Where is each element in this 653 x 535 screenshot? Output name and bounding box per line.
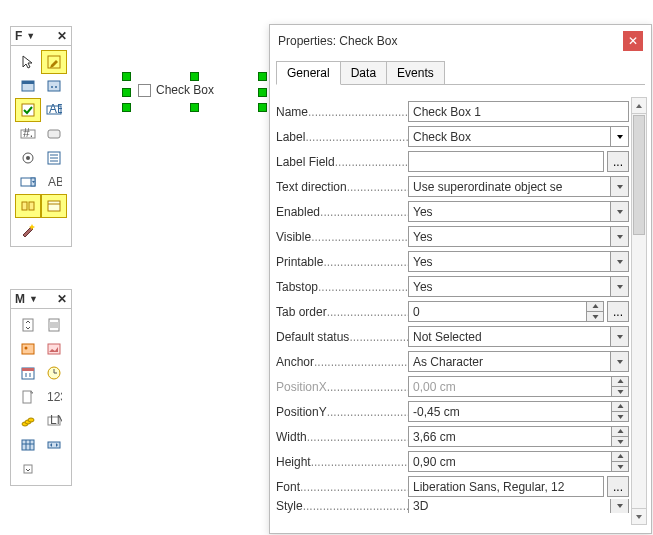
- property-select[interactable]: Yes: [408, 276, 629, 297]
- property-select[interactable]: 3D: [408, 499, 629, 513]
- panel-dropdown-icon[interactable]: ▼: [29, 294, 38, 304]
- spin-up-icon[interactable]: [611, 401, 629, 411]
- spin-buttons[interactable]: [611, 451, 629, 472]
- spin-up-icon[interactable]: [586, 301, 604, 311]
- dialog-close-button[interactable]: ✕: [623, 31, 643, 51]
- filesel-tool[interactable]: [15, 385, 41, 409]
- property-input[interactable]: [408, 151, 604, 172]
- property-select[interactable]: Use superordinate object se: [408, 176, 629, 197]
- dropdown-arrow-icon[interactable]: [610, 177, 628, 196]
- imagebutton-tool[interactable]: [15, 337, 41, 361]
- spin-buttons[interactable]: [611, 376, 629, 397]
- numfield-tool[interactable]: 123: [41, 385, 67, 409]
- label-tool[interactable]: ABC: [41, 170, 67, 194]
- resize-handle[interactable]: [258, 72, 267, 81]
- groupbox-tool[interactable]: [15, 194, 41, 218]
- tab-data[interactable]: Data: [340, 61, 387, 85]
- ellipsis-button[interactable]: ...: [607, 301, 629, 322]
- spin-buttons[interactable]: [611, 426, 629, 447]
- resize-handle[interactable]: [190, 72, 199, 81]
- spin-buttons[interactable]: [611, 401, 629, 422]
- resize-handle[interactable]: [122, 103, 131, 112]
- dropdown-arrow-icon[interactable]: [610, 252, 628, 271]
- property-select[interactable]: Not Selected: [408, 326, 629, 347]
- property-select[interactable]: As Character: [408, 351, 629, 372]
- resize-handle[interactable]: [190, 103, 199, 112]
- scrollbar-tool[interactable]: [41, 313, 67, 337]
- property-spin-input[interactable]: [408, 301, 587, 322]
- dropdown-arrow-icon[interactable]: [610, 499, 628, 513]
- toolbar-grid: 123 LN: [11, 309, 71, 485]
- property-spin-input[interactable]: [408, 426, 612, 447]
- property-input[interactable]: [408, 476, 604, 497]
- svg-point-42: [28, 418, 34, 422]
- dropdown-arrow-icon[interactable]: [610, 202, 628, 221]
- panel-header[interactable]: F ▼ ✕: [11, 27, 71, 46]
- form-nav-tool[interactable]: [41, 74, 67, 98]
- navbar-tool[interactable]: [41, 433, 67, 457]
- property-input[interactable]: [408, 101, 629, 122]
- form-controls-panel: F ▼ ✕ ABC #. ABC: [10, 26, 72, 247]
- checkbox-tool[interactable]: [15, 98, 41, 122]
- design-mode-tool[interactable]: [41, 50, 67, 74]
- imagecontrol-tool[interactable]: [41, 337, 67, 361]
- listbox-tool[interactable]: [41, 146, 67, 170]
- spinbutton-tool[interactable]: [15, 313, 41, 337]
- pattern-tool[interactable]: LN: [41, 409, 67, 433]
- spin-up-icon[interactable]: [611, 426, 629, 436]
- pushbutton-tool[interactable]: [41, 122, 67, 146]
- resize-handle[interactable]: [258, 88, 267, 97]
- datefield-tool[interactable]: [15, 361, 41, 385]
- checkbox-form-control[interactable]: Check Box: [126, 76, 263, 108]
- spin-up-icon[interactable]: [611, 451, 629, 461]
- vertical-scrollbar[interactable]: [631, 97, 647, 525]
- property-spin-input[interactable]: [408, 451, 612, 472]
- resize-handle[interactable]: [122, 88, 131, 97]
- currency-tool[interactable]: [15, 409, 41, 433]
- property-spin-input[interactable]: [408, 401, 612, 422]
- scroll-thumb[interactable]: [633, 115, 645, 235]
- table-tool[interactable]: [15, 433, 41, 457]
- more-tool[interactable]: [41, 194, 67, 218]
- checkbox-box[interactable]: [138, 84, 151, 97]
- resize-handle[interactable]: [122, 72, 131, 81]
- panel-dropdown-icon[interactable]: ▼: [26, 31, 35, 41]
- tab-general[interactable]: General: [276, 61, 341, 85]
- form-tool[interactable]: [15, 74, 41, 98]
- combobox-tool[interactable]: [15, 170, 41, 194]
- formatted-tool[interactable]: #.: [15, 122, 41, 146]
- ellipsis-button[interactable]: ...: [607, 476, 629, 497]
- scroll-up-button[interactable]: [632, 98, 646, 114]
- panel-header[interactable]: M ▼ ✕: [11, 290, 71, 309]
- option-tool[interactable]: [15, 146, 41, 170]
- scroll-down-button[interactable]: [632, 508, 646, 524]
- spin-up-icon[interactable]: [611, 376, 629, 386]
- property-select[interactable]: Yes: [408, 201, 629, 222]
- tab-events[interactable]: Events: [386, 61, 445, 85]
- dropdown-arrow-icon[interactable]: [610, 127, 628, 146]
- spin-down-icon[interactable]: [611, 436, 629, 447]
- tab-bar: General Data Events: [270, 57, 651, 85]
- dropdown-arrow-icon[interactable]: [610, 352, 628, 371]
- dropdown-arrow-icon[interactable]: [610, 327, 628, 346]
- dialog-titlebar[interactable]: Properties: Check Box ✕: [270, 25, 651, 57]
- panel-close-icon[interactable]: ✕: [57, 292, 67, 306]
- timefield-tool[interactable]: [41, 361, 67, 385]
- dropdown-arrow-icon[interactable]: [610, 227, 628, 246]
- property-select[interactable]: Check Box: [408, 126, 629, 147]
- ellipsis-button[interactable]: ...: [607, 151, 629, 172]
- spin-down-icon[interactable]: [611, 386, 629, 397]
- textbox-tool[interactable]: ABC: [41, 98, 67, 122]
- select-tool[interactable]: [15, 50, 41, 74]
- extra-tool[interactable]: [15, 457, 41, 481]
- spin-buttons[interactable]: [586, 301, 604, 322]
- property-select[interactable]: Yes: [408, 226, 629, 247]
- spin-down-icon[interactable]: [586, 311, 604, 322]
- dropdown-arrow-icon[interactable]: [610, 277, 628, 296]
- spin-down-icon[interactable]: [611, 461, 629, 472]
- panel-close-icon[interactable]: ✕: [57, 29, 67, 43]
- spin-down-icon[interactable]: [611, 411, 629, 422]
- resize-handle[interactable]: [258, 103, 267, 112]
- wizard-tool[interactable]: [15, 218, 41, 242]
- property-select[interactable]: Yes: [408, 251, 629, 272]
